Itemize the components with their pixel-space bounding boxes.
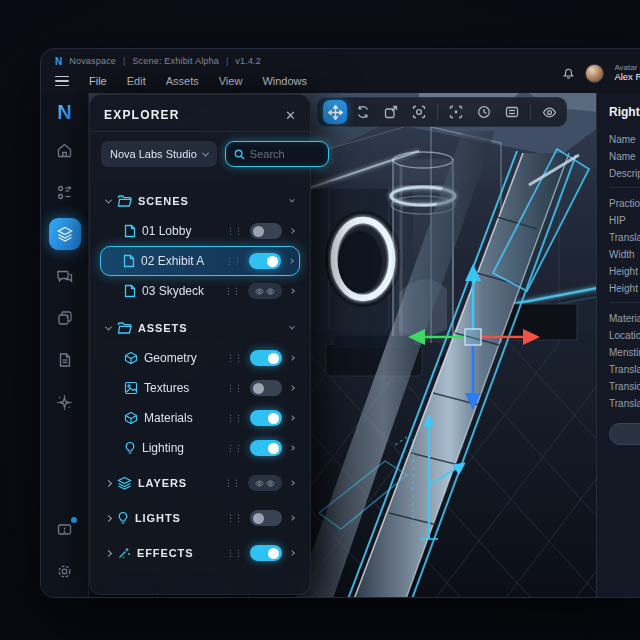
- menu-edit[interactable]: Edit: [127, 75, 146, 87]
- scan-tool-icon[interactable]: [444, 100, 468, 124]
- menu-view[interactable]: View: [219, 75, 243, 87]
- avatar[interactable]: [585, 64, 604, 83]
- chevron-right-icon: [105, 549, 112, 556]
- panel-action-button[interactable]: Sm: [609, 423, 640, 445]
- bell-icon[interactable]: [562, 66, 575, 80]
- visibility-tool-icon[interactable]: [537, 100, 561, 124]
- layers-stack-icon: [117, 476, 132, 490]
- chevron-right-icon[interactable]: [289, 355, 295, 361]
- tree-item-geometry[interactable]: Geometry ⋮⋮: [100, 343, 300, 373]
- nav-logo-icon[interactable]: N: [57, 101, 71, 124]
- explorer-panel: EXPLORER ✕ Nova Labs Studio: [89, 94, 311, 595]
- bulb-icon: [124, 441, 136, 455]
- tree-item-materials[interactable]: Materials ⋮⋮: [100, 403, 300, 433]
- eye-icon: [255, 480, 264, 487]
- eyes-button[interactable]: [248, 475, 282, 491]
- history-tool-icon[interactable]: [472, 100, 496, 124]
- visibility-toggle[interactable]: [250, 510, 282, 526]
- tree-item-03-skydeck[interactable]: 03 Skydeck ⋮⋮: [100, 276, 300, 306]
- hamburger-icon[interactable]: [55, 76, 69, 87]
- settings-icon[interactable]: [49, 555, 81, 587]
- drag-handle[interactable]: ⋮⋮: [226, 414, 242, 423]
- visibility-toggle[interactable]: [250, 380, 282, 396]
- chevron-right-icon[interactable]: [289, 515, 295, 521]
- chevron-down-icon[interactable]: [289, 324, 295, 330]
- search-box[interactable]: [225, 141, 329, 167]
- toolbar-divider: [530, 104, 531, 120]
- notification-dot: [71, 517, 77, 523]
- file-icon: [124, 224, 136, 238]
- scale-export-tool-icon[interactable]: [379, 100, 403, 124]
- eye-icon: [255, 288, 264, 295]
- file-icon: [124, 284, 136, 298]
- chevron-right-icon[interactable]: [289, 415, 295, 421]
- visibility-toggle[interactable]: [250, 410, 282, 426]
- drag-handle[interactable]: ⋮⋮: [226, 514, 242, 523]
- copy-icon[interactable]: [49, 302, 81, 334]
- prop-row: HIP: [609, 213, 640, 227]
- nodes-icon[interactable]: [49, 176, 81, 208]
- drag-handle[interactable]: ⋮⋮: [226, 384, 242, 393]
- tree-item-01-lobby[interactable]: 01 Lobby ⋮⋮: [100, 216, 300, 246]
- tree-section-layers[interactable]: LAYERS ⋮⋮: [100, 468, 300, 498]
- drag-handle[interactable]: ⋮⋮: [226, 227, 242, 236]
- tree-item-lighting[interactable]: Lighting ⋮⋮: [100, 433, 300, 463]
- tree-section-effects[interactable]: EFFECTS ⋮⋮: [100, 538, 300, 568]
- visibility-toggle[interactable]: [249, 253, 281, 269]
- chevron-right-icon[interactable]: [289, 480, 295, 486]
- sparkle-icon[interactable]: [49, 386, 81, 418]
- search-icon: [234, 149, 245, 160]
- focus-tool-icon[interactable]: [407, 100, 431, 124]
- tree-item-textures[interactable]: Textures ⋮⋮: [100, 373, 300, 403]
- bulb-icon: [117, 511, 129, 525]
- visibility-toggle[interactable]: [250, 223, 282, 239]
- home-icon[interactable]: [49, 134, 81, 166]
- visibility-toggle[interactable]: [250, 350, 282, 366]
- tree-item-02-exhibit-a[interactable]: 02 Exhibit A ⋮⋮: [100, 246, 300, 276]
- close-icon[interactable]: ✕: [285, 109, 296, 122]
- list-tool-icon[interactable]: [500, 100, 524, 124]
- chevron-right-icon: [105, 479, 112, 486]
- drag-handle[interactable]: ⋮⋮: [226, 444, 242, 453]
- tree-section-lights[interactable]: LIGHTS ⋮⋮: [100, 503, 300, 533]
- chevron-right-icon[interactable]: [289, 228, 295, 234]
- drag-handle[interactable]: ⋮⋮: [226, 354, 242, 363]
- tree-section-assets[interactable]: ASSETS: [100, 313, 300, 343]
- search-input[interactable]: [250, 148, 320, 160]
- chevron-down-icon: [105, 323, 112, 330]
- workspace-dropdown[interactable]: Nova Labs Studio: [101, 141, 217, 167]
- move-tool-icon[interactable]: [323, 100, 347, 124]
- chevron-right-icon[interactable]: [288, 258, 294, 264]
- properties-title: Right Propert: [609, 105, 640, 119]
- icon-rail: N: [41, 93, 89, 597]
- chat-icon[interactable]: [49, 260, 81, 292]
- document-icon[interactable]: [49, 344, 81, 376]
- explorer-tree: SCENES 01 Lobby ⋮⋮: [90, 177, 310, 594]
- prop-row: Menstime: [609, 345, 640, 359]
- chevron-right-icon[interactable]: [289, 385, 295, 391]
- drag-handle[interactable]: ⋮⋮: [224, 479, 240, 488]
- chevron-right-icon[interactable]: [289, 288, 295, 294]
- rotate-tool-icon[interactable]: [351, 100, 375, 124]
- visibility-toggle[interactable]: [250, 545, 282, 561]
- prop-row: Width: [609, 247, 640, 261]
- drag-handle[interactable]: ⋮⋮: [226, 549, 242, 558]
- user-name: Alex R.: [614, 72, 640, 83]
- prop-row: Praction: [609, 196, 640, 210]
- menu-assets[interactable]: Assets: [166, 75, 199, 87]
- drag-handle[interactable]: ⋮⋮: [225, 257, 241, 266]
- menu-windows[interactable]: Windows: [262, 75, 307, 87]
- layers-icon[interactable]: [49, 218, 81, 250]
- chevron-down-icon: [105, 196, 112, 203]
- chevron-right-icon[interactable]: [289, 445, 295, 451]
- eyes-button[interactable]: [248, 283, 282, 299]
- file-icon: [123, 254, 135, 268]
- chevron-down-icon: [202, 149, 209, 156]
- chevron-down-icon[interactable]: [289, 197, 295, 203]
- visibility-toggle[interactable]: [250, 440, 282, 456]
- chevron-right-icon[interactable]: [289, 550, 295, 556]
- drag-handle[interactable]: ⋮⋮: [224, 287, 240, 296]
- menu-file[interactable]: File: [89, 75, 107, 87]
- alert-icon[interactable]: [49, 513, 81, 545]
- tree-section-scenes[interactable]: SCENES: [100, 186, 300, 216]
